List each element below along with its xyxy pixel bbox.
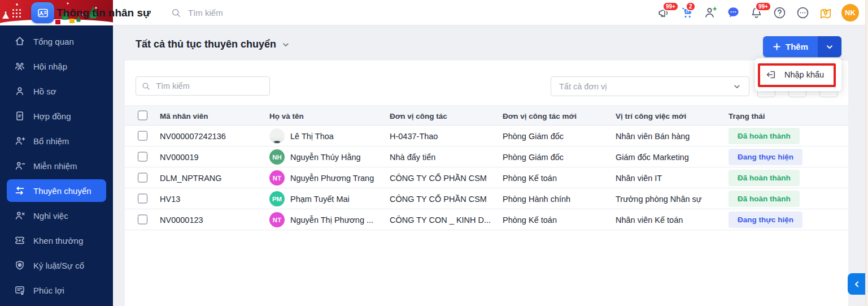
cell-code: NV000019	[160, 146, 199, 167]
help-button[interactable]	[772, 6, 787, 20]
more-button[interactable]	[795, 6, 810, 20]
sidebar-item-label: Hợp đồng	[33, 111, 71, 121]
home-icon	[14, 36, 25, 47]
contact-card-icon	[36, 6, 50, 20]
scrollbar-track[interactable]	[865, 0, 868, 306]
status-badge: Đã hoàn thành	[729, 170, 800, 186]
row-checkbox[interactable]	[138, 173, 147, 183]
cell-code: HV13	[160, 188, 180, 209]
status-badge: Đang thực hiện	[729, 212, 802, 228]
user-avatar[interactable]: NK	[841, 4, 859, 21]
sidebar-item-mien-nhiem[interactable]: Miễn nhiệm	[0, 153, 113, 178]
collapse-panel-tab[interactable]	[848, 273, 866, 295]
notifications-button[interactable]: 99+	[749, 6, 764, 20]
help-icon	[773, 6, 787, 20]
user-plus-icon	[14, 135, 25, 146]
page-title: Thông tin nhân sự	[56, 0, 151, 25]
search-icon	[171, 8, 181, 18]
sidebar-item-thuyen-chuyen[interactable]: Thuyên chuyển	[7, 179, 106, 202]
sidebar-item-bo-nhiem[interactable]: Bổ nhiệm	[0, 128, 113, 153]
sidebar-item-label: Nghỉ việc	[33, 211, 68, 221]
select-all-checkbox[interactable]	[138, 111, 147, 120]
global-search-input[interactable]	[187, 7, 277, 18]
table-row[interactable]: NV000007242136 Lê Thị Thoa H-0437-Thao P…	[125, 126, 848, 146]
view-title-dropdown[interactable]: Tất cả thủ tục thuyên chuyển	[136, 38, 290, 50]
cell-unit: H-0437-Thao	[390, 126, 438, 146]
row-checkbox[interactable]	[138, 152, 147, 162]
user-icon	[14, 85, 25, 97]
sidebar-item-label: Phúc lợi	[33, 286, 64, 295]
sidebar-item-ky-luat[interactable]: Kỷ luật/Sự cố	[0, 253, 113, 278]
table-row[interactable]: NV000019 NH Nguyễn Thúy Hằng Nhà đẩy tiể…	[125, 146, 848, 167]
sidebar-nav: Tổng quan Hội nhập Hồ sơ Hợp đồng Bổ nhi…	[0, 25, 113, 306]
notifications-badge: 99+	[755, 2, 771, 12]
view-title: Tất cả thủ tục thuyên chuyển	[136, 38, 276, 50]
cell-code: NV0000123	[160, 209, 203, 230]
column-header-code: Mã nhân viên	[160, 106, 208, 126]
unit-filter-select[interactable]: Tất cả đơn vị	[551, 76, 749, 96]
sidebar-item-ho-so[interactable]: Hồ sơ	[0, 79, 113, 104]
import-menu-item[interactable]: Nhập khẩu	[760, 65, 837, 84]
app-launcher-icon[interactable]	[12, 9, 14, 11]
plus-icon	[773, 42, 781, 51]
employee-name: Phạm Tuyết Mai	[290, 195, 350, 204]
add-button[interactable]: Thêm	[763, 36, 818, 57]
cell-status: Đã hoàn thành	[729, 126, 800, 146]
sidebar-item-khen-thuong[interactable]: Khen thưởng	[0, 228, 113, 253]
cell-unit: CÔNG TY CỔ PHẦN CSM	[390, 188, 487, 209]
cell-unit: Nhà đẩy tiển	[390, 146, 435, 167]
whats-new-button[interactable]	[818, 6, 833, 20]
sidebar-item-tong-quan[interactable]: Tổng quan	[0, 29, 113, 54]
document-icon	[14, 110, 25, 122]
row-checkbox[interactable]	[138, 131, 147, 141]
cell-new-position: Nhân viên Kế toán	[616, 209, 683, 230]
topbar-actions: 99+ 2 99+	[656, 0, 859, 25]
ellipsis-icon	[796, 6, 810, 20]
idea-lamp-icon	[818, 6, 833, 20]
cell-new-position: Nhân viên Bán hàng	[616, 126, 690, 146]
sidebar-item-nghi-viec[interactable]: Nghỉ việc	[0, 203, 113, 228]
store-badge: 2	[686, 2, 696, 12]
avatar: NT	[269, 170, 285, 186]
hr-app-logo[interactable]	[31, 2, 54, 23]
column-header-status: Trạng thái	[729, 106, 765, 126]
main-content: Tất cả thủ tục thuyên chuyển Thêm Tất cả…	[113, 25, 868, 306]
add-user-button[interactable]	[703, 6, 717, 20]
row-checkbox[interactable]	[138, 194, 147, 204]
column-header-name: Họ và tên	[269, 106, 304, 126]
announcements-button[interactable]: 99+	[656, 6, 671, 20]
add-dropdown-toggle[interactable]	[818, 36, 841, 57]
cell-new-unit: Phòng Hành chính	[503, 188, 570, 209]
cell-code: DLM_NPTRANG	[160, 167, 222, 188]
sidebar-item-label: Bổ nhiệm	[33, 136, 69, 146]
sidebar-item-label: Kỷ luật/Sự cố	[33, 261, 84, 270]
cell-new-unit: Phòng Kế toán	[503, 209, 557, 230]
global-search[interactable]	[171, 0, 277, 25]
sidebar-item-phuc-loi[interactable]: Phúc lợi	[0, 278, 113, 303]
search-icon	[142, 81, 150, 91]
cell-status: Đang thực hiện	[729, 209, 802, 230]
sidebar-item-label: Tổng quan	[33, 37, 74, 46]
import-menu-label: Nhập khẩu	[784, 70, 824, 79]
cell-name: NH Nguyễn Thúy Hằng	[269, 146, 361, 167]
table-search[interactable]	[136, 76, 270, 96]
column-header-new-unit: Đơn vị công tác mới	[503, 106, 577, 126]
sidebar-item-hoi-nhap[interactable]: Hội nhập	[0, 54, 113, 79]
sidebar-item-hop-dong[interactable]: Hợp đồng	[0, 104, 113, 128]
cell-name: PM Phạm Tuyết Mai	[269, 188, 350, 209]
avatar: NH	[269, 149, 285, 165]
chevron-down-icon	[282, 41, 290, 49]
row-checkbox[interactable]	[138, 215, 147, 225]
store-button[interactable]: 2	[679, 6, 694, 20]
table-row[interactable]: NV0000123 NT Nguyễn Thị Phương ... CÔNG …	[125, 209, 848, 230]
table-search-input[interactable]	[155, 81, 264, 91]
messages-button[interactable]	[726, 6, 740, 20]
cell-name: NT Nguyễn Phương Trang	[269, 167, 374, 188]
table-row[interactable]: HV13 PM Phạm Tuyết Mai CÔNG TY CỔ PHẦN C…	[125, 188, 848, 209]
avatar: NT	[269, 212, 285, 227]
mountain-decoration	[2, 12, 9, 19]
top-bar: Thông tin nhân sự 99+ 2	[0, 0, 868, 25]
cell-new-unit: Phòng Giám đốc	[503, 146, 564, 167]
table-row[interactable]: DLM_NPTRANG NT Nguyễn Phương Trang CÔNG …	[125, 167, 848, 188]
import-icon	[765, 69, 777, 80]
